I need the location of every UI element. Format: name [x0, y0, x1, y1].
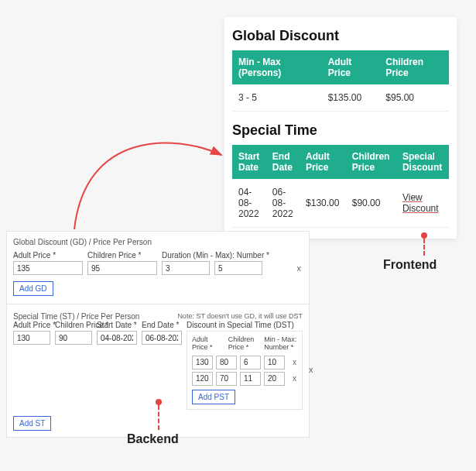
table-row: 3 - 5 $135.00 $95.00 — [232, 84, 449, 112]
st-h-end: End Date — [266, 145, 300, 179]
dst-max-input[interactable] — [264, 372, 285, 386]
st-start-label: Start Date * — [97, 321, 137, 329]
gd-children: $95.00 — [379, 84, 449, 112]
gd-h-children: Children Price — [379, 50, 449, 84]
st-start: 04-08-2022 — [232, 179, 266, 228]
frontend-preview-card: Global Discount Min - Max (Persons) Adul… — [224, 17, 457, 239]
st-end-label: End Date * — [142, 321, 182, 329]
frontend-callout-label: Frontend — [383, 258, 437, 272]
gd-adult-input[interactable] — [13, 261, 83, 275]
dst-adult-input[interactable] — [192, 372, 213, 386]
dst-number-label: Min - Max: Number * — [264, 336, 297, 352]
dst-adult-label: Adult Price * — [192, 336, 225, 352]
st-discount: View Discount — [396, 179, 449, 228]
be-st-title: Special Time (ST) / Price Per Person — [13, 312, 139, 321]
dst-row: x — [192, 372, 297, 386]
st-children-input[interactable] — [55, 331, 92, 345]
dst-adult-input[interactable] — [192, 356, 213, 370]
be-gd-title: Global Discount (GD) / Price Per Person — [13, 238, 303, 246]
gd-remove-button[interactable]: x — [296, 263, 303, 273]
st-adult: $130.00 — [300, 179, 346, 228]
st-h-start: Start Date — [232, 145, 266, 179]
st-adult-input[interactable] — [13, 331, 50, 345]
connector-line-icon — [158, 405, 159, 430]
st-title: Special Time — [232, 122, 449, 139]
connector-dot-icon — [421, 232, 427, 239]
st-end: 06-08-2022 — [266, 179, 300, 228]
add-gd-button[interactable]: Add GD — [13, 281, 53, 296]
be-st-note: Note: ST doesn't use GD, it will use DST — [177, 312, 303, 320]
gd-table: Min - Max (Persons) Adult Price Children… — [232, 50, 449, 112]
gd-children-input[interactable] — [87, 261, 157, 275]
connector-dot-icon — [156, 399, 162, 405]
add-pst-button[interactable]: Add PST — [192, 390, 235, 404]
st-table: Start Date End Date Adult Price Children… — [232, 145, 449, 228]
gd-title: Global Discount — [232, 28, 449, 44]
dst-min-input[interactable] — [240, 356, 261, 370]
st-children-label: Children Price * — [55, 321, 92, 329]
st-children: $90.00 — [346, 179, 396, 228]
gd-h-adult: Adult Price — [322, 50, 380, 84]
st-dst-label: Discount in Special Time (DST) — [187, 321, 303, 329]
gd-duration-label: Duration (Min - Max): Number * — [162, 251, 291, 260]
add-st-button[interactable]: Add ST — [13, 416, 51, 431]
dst-box: Adult Price * Children Price * Min - Max… — [187, 331, 303, 410]
dst-remove-button[interactable]: x — [288, 373, 297, 383]
st-remove-button[interactable]: x — [307, 365, 315, 374]
dst-remove-button[interactable]: x — [288, 357, 297, 367]
dst-children-input[interactable] — [216, 372, 237, 386]
backend-callout-label: Backend — [127, 432, 179, 446]
dst-min-input[interactable] — [240, 372, 261, 386]
gd-max-input[interactable] — [214, 261, 262, 275]
dst-children-label: Children Price * — [228, 336, 262, 352]
st-adult-label: Adult Price * — [13, 321, 50, 329]
gd-h-range: Min - Max (Persons) — [232, 50, 322, 84]
st-h-discount: Special Discount — [396, 145, 449, 179]
table-row: 04-08-2022 06-08-2022 $130.00 $90.00 Vie… — [232, 179, 449, 228]
st-h-children: Children Price — [346, 145, 396, 179]
gd-children-label: Children Price * — [87, 251, 157, 260]
st-end-input[interactable] — [142, 331, 182, 345]
gd-min-input[interactable] — [162, 261, 210, 275]
gd-adult-label: Adult Price * — [13, 251, 83, 260]
st-start-input[interactable] — [97, 331, 137, 345]
dst-children-input[interactable] — [216, 356, 237, 370]
dst-row: x — [192, 356, 297, 370]
connector-line-icon — [423, 239, 425, 256]
gd-adult: $135.00 — [322, 84, 380, 112]
dst-max-input[interactable] — [264, 356, 285, 370]
view-discount-link[interactable]: View Discount — [402, 192, 439, 214]
st-h-adult: Adult Price — [300, 145, 346, 179]
gd-range: 3 - 5 — [232, 84, 322, 112]
